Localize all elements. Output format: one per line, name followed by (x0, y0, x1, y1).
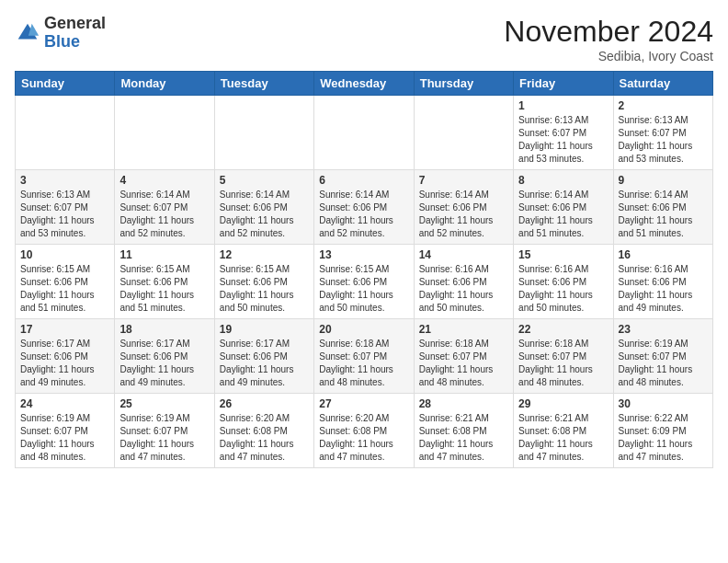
day-info: Sunrise: 6:18 AM Sunset: 6:07 PM Dayligh… (319, 338, 408, 389)
day-info: Sunrise: 6:16 AM Sunset: 6:06 PM Dayligh… (419, 263, 508, 315)
calendar-cell: 12Sunrise: 6:15 AM Sunset: 6:06 PM Dayli… (214, 245, 313, 319)
calendar-cell: 20Sunrise: 6:18 AM Sunset: 6:07 PM Dayli… (314, 319, 414, 394)
calendar-cell (314, 96, 414, 170)
day-info: Sunrise: 6:19 AM Sunset: 6:07 PM Dayligh… (119, 412, 209, 464)
calendar-cell: 27Sunrise: 6:20 AM Sunset: 6:08 PM Dayli… (314, 394, 414, 468)
day-number: 16 (619, 248, 708, 261)
day-info: Sunrise: 6:17 AM Sunset: 6:06 PM Dayligh… (20, 338, 109, 389)
weekday-header: Monday (115, 72, 214, 96)
day-number: 1 (518, 99, 608, 112)
day-info: Sunrise: 6:15 AM Sunset: 6:06 PM Dayligh… (119, 263, 209, 315)
logo-icon (15, 20, 40, 46)
day-info: Sunrise: 6:17 AM Sunset: 6:06 PM Dayligh… (119, 338, 209, 389)
calendar-cell: 13Sunrise: 6:15 AM Sunset: 6:06 PM Dayli… (314, 245, 414, 319)
day-info: Sunrise: 6:14 AM Sunset: 6:06 PM Dayligh… (319, 189, 408, 240)
day-number: 18 (119, 323, 209, 336)
calendar: SundayMondayTuesdayWednesdayThursdayFrid… (15, 71, 713, 468)
day-info: Sunrise: 6:14 AM Sunset: 6:06 PM Dayligh… (619, 189, 708, 240)
calendar-cell: 2Sunrise: 6:13 AM Sunset: 6:07 PM Daylig… (613, 96, 712, 170)
page-header: General Blue November 2024 Sedibia, Ivor… (15, 15, 713, 63)
day-info: Sunrise: 6:15 AM Sunset: 6:06 PM Dayligh… (220, 263, 309, 315)
day-number: 26 (220, 397, 309, 410)
calendar-cell (214, 96, 313, 170)
logo-text: General Blue (44, 15, 106, 52)
day-info: Sunrise: 6:20 AM Sunset: 6:08 PM Dayligh… (220, 412, 309, 464)
day-info: Sunrise: 6:21 AM Sunset: 6:08 PM Dayligh… (518, 412, 608, 464)
logo-blue: Blue (44, 32, 80, 51)
month-title: November 2024 (504, 15, 713, 49)
location: Sedibia, Ivory Coast (504, 49, 713, 63)
calendar-cell: 28Sunrise: 6:21 AM Sunset: 6:08 PM Dayli… (414, 394, 513, 468)
calendar-cell: 6Sunrise: 6:14 AM Sunset: 6:06 PM Daylig… (314, 170, 414, 245)
calendar-cell: 18Sunrise: 6:17 AM Sunset: 6:06 PM Dayli… (115, 319, 214, 394)
day-info: Sunrise: 6:22 AM Sunset: 6:09 PM Dayligh… (619, 412, 708, 464)
title-block: November 2024 Sedibia, Ivory Coast (504, 15, 713, 63)
calendar-cell: 26Sunrise: 6:20 AM Sunset: 6:08 PM Dayli… (214, 394, 313, 468)
day-info: Sunrise: 6:18 AM Sunset: 6:07 PM Dayligh… (419, 338, 508, 389)
weekday-header: Friday (514, 72, 613, 96)
calendar-cell: 21Sunrise: 6:18 AM Sunset: 6:07 PM Dayli… (414, 319, 513, 394)
day-number: 30 (619, 397, 708, 410)
day-number: 9 (619, 174, 708, 187)
calendar-cell: 25Sunrise: 6:19 AM Sunset: 6:07 PM Dayli… (115, 394, 214, 468)
day-number: 21 (419, 323, 508, 336)
calendar-cell: 11Sunrise: 6:15 AM Sunset: 6:06 PM Dayli… (115, 245, 214, 319)
calendar-cell: 1Sunrise: 6:13 AM Sunset: 6:07 PM Daylig… (514, 96, 613, 170)
calendar-cell: 3Sunrise: 6:13 AM Sunset: 6:07 PM Daylig… (16, 170, 115, 245)
calendar-cell: 30Sunrise: 6:22 AM Sunset: 6:09 PM Dayli… (613, 394, 712, 468)
calendar-cell (414, 96, 513, 170)
day-number: 12 (220, 248, 309, 261)
day-info: Sunrise: 6:15 AM Sunset: 6:06 PM Dayligh… (319, 263, 408, 315)
calendar-cell: 7Sunrise: 6:14 AM Sunset: 6:06 PM Daylig… (414, 170, 513, 245)
calendar-week: 17Sunrise: 6:17 AM Sunset: 6:06 PM Dayli… (16, 319, 713, 394)
weekday-header: Thursday (414, 72, 513, 96)
calendar-cell (16, 96, 115, 170)
day-info: Sunrise: 6:16 AM Sunset: 6:06 PM Dayligh… (518, 263, 608, 315)
day-info: Sunrise: 6:14 AM Sunset: 6:06 PM Dayligh… (220, 189, 309, 240)
day-number: 25 (119, 397, 209, 410)
calendar-cell: 23Sunrise: 6:19 AM Sunset: 6:07 PM Dayli… (613, 319, 712, 394)
day-number: 17 (20, 323, 109, 336)
day-info: Sunrise: 6:13 AM Sunset: 6:07 PM Dayligh… (20, 189, 109, 240)
calendar-week: 3Sunrise: 6:13 AM Sunset: 6:07 PM Daylig… (16, 170, 713, 245)
day-number: 2 (619, 99, 708, 112)
logo[interactable]: General Blue (15, 15, 106, 52)
day-info: Sunrise: 6:14 AM Sunset: 6:06 PM Dayligh… (419, 189, 508, 240)
day-number: 3 (20, 174, 109, 187)
day-number: 7 (419, 174, 508, 187)
day-number: 11 (119, 248, 209, 261)
calendar-cell: 19Sunrise: 6:17 AM Sunset: 6:06 PM Dayli… (214, 319, 313, 394)
calendar-week: 1Sunrise: 6:13 AM Sunset: 6:07 PM Daylig… (16, 96, 713, 170)
day-info: Sunrise: 6:19 AM Sunset: 6:07 PM Dayligh… (619, 338, 708, 389)
day-number: 5 (220, 174, 309, 187)
calendar-cell: 8Sunrise: 6:14 AM Sunset: 6:06 PM Daylig… (514, 170, 613, 245)
day-number: 13 (319, 248, 408, 261)
calendar-body: 1Sunrise: 6:13 AM Sunset: 6:07 PM Daylig… (16, 96, 713, 468)
day-number: 4 (119, 174, 209, 187)
day-number: 14 (419, 248, 508, 261)
day-info: Sunrise: 6:19 AM Sunset: 6:07 PM Dayligh… (20, 412, 109, 464)
calendar-cell: 29Sunrise: 6:21 AM Sunset: 6:08 PM Dayli… (514, 394, 613, 468)
weekday-header: Sunday (16, 72, 115, 96)
logo-general: General (44, 14, 106, 32)
day-info: Sunrise: 6:17 AM Sunset: 6:06 PM Dayligh… (220, 338, 309, 389)
calendar-week: 10Sunrise: 6:15 AM Sunset: 6:06 PM Dayli… (16, 245, 713, 319)
weekday-row: SundayMondayTuesdayWednesdayThursdayFrid… (16, 72, 713, 96)
day-number: 24 (20, 397, 109, 410)
day-info: Sunrise: 6:15 AM Sunset: 6:06 PM Dayligh… (20, 263, 109, 315)
calendar-week: 24Sunrise: 6:19 AM Sunset: 6:07 PM Dayli… (16, 394, 713, 468)
weekday-header: Tuesday (214, 72, 313, 96)
day-number: 10 (20, 248, 109, 261)
day-info: Sunrise: 6:14 AM Sunset: 6:06 PM Dayligh… (518, 189, 608, 240)
day-number: 29 (518, 397, 608, 410)
calendar-cell: 24Sunrise: 6:19 AM Sunset: 6:07 PM Dayli… (16, 394, 115, 468)
calendar-cell: 14Sunrise: 6:16 AM Sunset: 6:06 PM Dayli… (414, 245, 513, 319)
day-info: Sunrise: 6:20 AM Sunset: 6:08 PM Dayligh… (319, 412, 408, 464)
calendar-header: SundayMondayTuesdayWednesdayThursdayFrid… (16, 72, 713, 96)
calendar-cell: 22Sunrise: 6:18 AM Sunset: 6:07 PM Dayli… (514, 319, 613, 394)
calendar-cell: 15Sunrise: 6:16 AM Sunset: 6:06 PM Dayli… (514, 245, 613, 319)
day-number: 15 (518, 248, 608, 261)
calendar-cell: 5Sunrise: 6:14 AM Sunset: 6:06 PM Daylig… (214, 170, 313, 245)
day-number: 27 (319, 397, 408, 410)
day-info: Sunrise: 6:16 AM Sunset: 6:06 PM Dayligh… (619, 263, 708, 315)
